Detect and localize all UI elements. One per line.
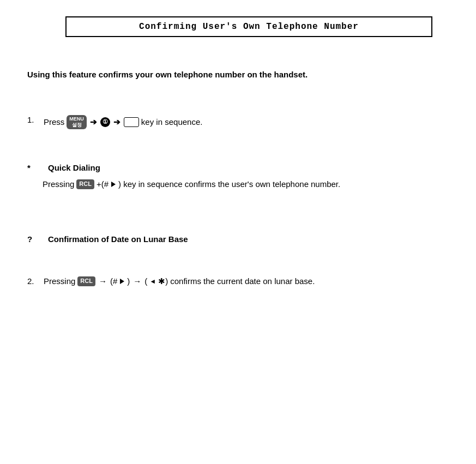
quick-dialing-title: Quick Dialing [48,163,100,172]
lunar-base-title: Confirmation of Date on Lunar Base [48,234,188,244]
qd-text-after: ) key in sequence confirms the user's ow… [118,178,309,191]
step-2-paren: ) [127,276,130,286]
step-1-number: 1. [27,115,44,124]
arrow-1: ➔ [90,117,97,127]
menu-key[interactable]: MENU설정 [67,115,87,129]
step-2-arrow-1: → [99,276,107,286]
triangle-icon-2 [120,279,124,284]
step-2: 2. Pressing RCL → (# ) → ( ◄ ✱) confirms… [27,276,454,286]
step-1: 1. Press MENU설정 ➔ ① ➔ key in sequence. [27,115,454,129]
step-2-number: 2. [27,276,44,286]
blank-key [124,117,139,127]
lunar-base-section: ? Confirmation of Date on Lunar Base [27,234,454,244]
arrow-2: ➔ [113,117,120,127]
step-2-star: ✱) [158,276,168,286]
rcl-key-1[interactable]: RCL [76,179,94,189]
step-1-text-after: key in sequence. [141,117,203,126]
step-1-content: Press MENU설정 ➔ ① ➔ key in sequence. [44,115,202,129]
left-arrow-icon: ◄ [149,278,156,285]
step-2-content: Pressing RCL → (# ) → ( ◄ ✱) confirms th… [44,276,315,286]
lunar-base-header: ? Confirmation of Date on Lunar Base [27,234,454,244]
quick-dialing-section: * Quick Dialing Pressing RCL +(# ) key i… [27,163,454,191]
quick-dialing-marker: * [27,163,44,172]
quick-dialing-body: Pressing RCL +(# ) key in sequence confi… [43,178,454,191]
lunar-base-marker: ? [27,234,44,244]
qd-text-middle: +(# [97,178,109,191]
circle-1: ① [100,117,110,127]
step-2-text-before: Pressing [44,276,75,286]
qd-text-before: Pressing [43,178,74,191]
header-box: Confirming User's Own Telephone Number [65,16,432,37]
rcl-key-2[interactable]: RCL [77,276,95,286]
quick-dialing-header: * Quick Dialing [27,163,454,172]
intro-text: Using this feature confirms your own tel… [27,70,454,79]
qd-text-after2: number. [311,178,340,191]
step-2-text-after: confirms the current date on lunar base. [170,276,315,286]
step-2-arrow-2: → [133,276,141,286]
step-1-text-before: Press [44,117,64,126]
step-2-hash: (# [110,276,117,286]
triangle-icon-1 [111,182,116,187]
header-title: Confirming User's Own Telephone Number [139,22,359,32]
step-2-paren-open: ( [144,276,147,286]
